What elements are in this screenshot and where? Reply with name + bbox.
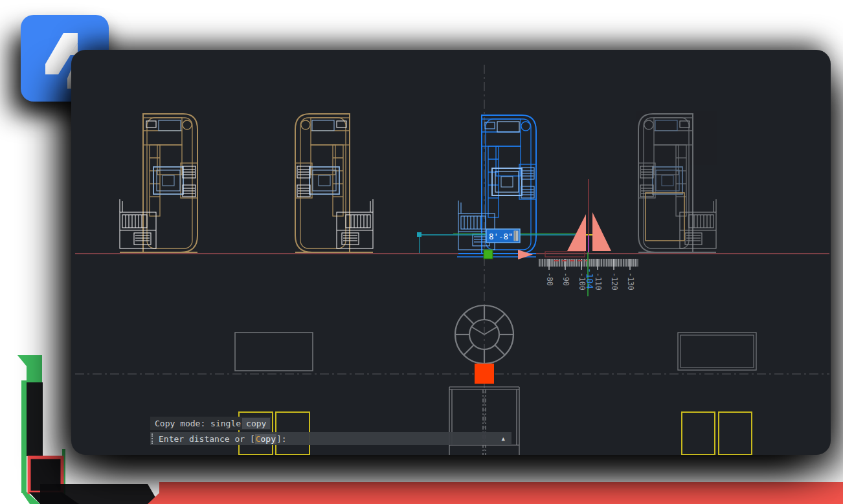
machine-elevation-2[interactable]: [295, 114, 373, 252]
ruler-label: -80: [545, 272, 554, 286]
cad-drawing: -80 -90 -100 -110 -120 -130 -104 8'-8": [71, 50, 831, 455]
red-arrow-bar: [148, 482, 843, 504]
plan-rectangle-right-inner: [680, 335, 754, 367]
ruler-label: -120: [610, 272, 619, 290]
command-history-chip: copy: [242, 418, 270, 429]
command-history-row: Copy mode: singlecopy: [150, 417, 271, 430]
orange-marker[interactable]: [475, 364, 494, 384]
dimension-start-marker: [417, 232, 422, 237]
machine-4-tan-frame: [646, 193, 684, 241]
distance-ruler: -80 -90 -100 -110 -120 -130 -104: [539, 252, 638, 296]
ground-detail-rect: [545, 252, 585, 257]
green-arrow-shadow-column: [27, 382, 43, 456]
ruler-cursor-value: -104: [585, 268, 595, 289]
command-option-hotkey: C: [256, 434, 261, 444]
red-outline-square: [29, 457, 62, 492]
command-option-copy[interactable]: Copy: [255, 434, 276, 444]
direction-triangle-left: [567, 214, 586, 251]
command-bar-drag-handle[interactable]: [152, 433, 155, 444]
plan-rectangle-right-outer: [678, 333, 756, 370]
command-history-text: Copy mode: single: [155, 419, 241, 428]
ruler-label: -130: [626, 272, 635, 290]
green-arrow-flag: [17, 355, 42, 382]
command-prompt-suffix: ]:: [276, 434, 287, 444]
command-history-expand-button[interactable]: ▲: [502, 435, 505, 442]
bottom-shadow-bar: [40, 484, 159, 504]
machine-elevation-1[interactable]: [120, 114, 197, 252]
direction-triangle-right: [592, 212, 611, 251]
cad-viewport[interactable]: -80 -90 -100 -110 -120 -130 -104 8'-8": [71, 50, 831, 455]
green-arrow-shaft: [21, 380, 27, 493]
wheel-plan-symbol[interactable]: [455, 305, 513, 364]
command-prompt-text: Enter distance or [: [159, 434, 255, 444]
insertion-grip[interactable]: [484, 250, 493, 259]
ruler-label: -90: [561, 272, 570, 286]
command-input-row[interactable]: Enter distance or [Copy]: ▲: [150, 432, 511, 445]
marketing-stage: -80 -90 -100 -110 -120 -130 -104 8'-8": [0, 0, 843, 504]
green-arrow-foot: [21, 492, 40, 504]
bottom-shadow-shape: [29, 492, 79, 504]
machine-elevation-4[interactable]: [638, 114, 716, 252]
dimension-value: 8'-8": [489, 232, 513, 241]
plan-rectangle-left: [235, 333, 313, 371]
dimension-input[interactable]: 8'-8": [486, 229, 520, 243]
green-arrow-segment: [62, 449, 65, 494]
command-option-rest: opy: [261, 434, 276, 444]
